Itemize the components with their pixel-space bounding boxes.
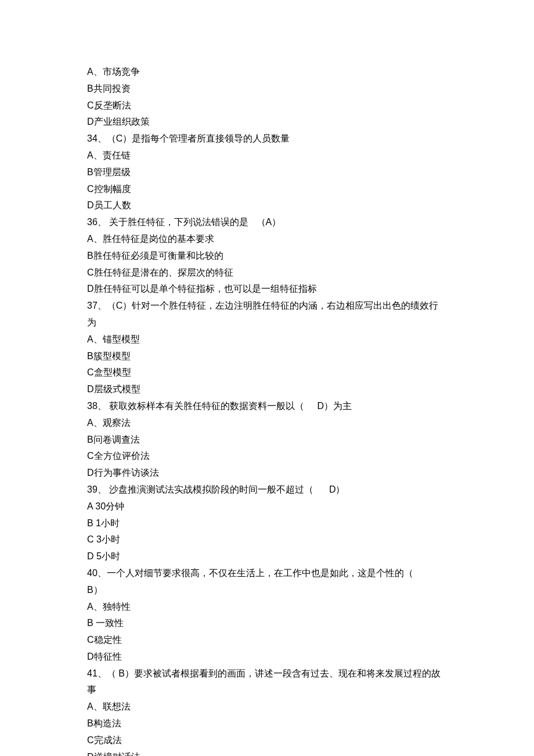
text-line: B 1小时 bbox=[87, 515, 447, 532]
text-line: 36、 关于胜任特征，下列说法错误的是 （A） bbox=[87, 214, 447, 231]
text-line: D层级式模型 bbox=[87, 381, 447, 398]
text-line: B胜任特征必须是可衡量和比较的 bbox=[87, 248, 447, 265]
text-line: B问卷调查法 bbox=[87, 432, 447, 448]
text-line: A 30分钟 bbox=[87, 498, 447, 515]
text-line: B 一致性 bbox=[87, 615, 447, 632]
text-line: C完成法 bbox=[87, 732, 447, 749]
text-line: C胜任特征是潜在的、探层次的特征 bbox=[87, 265, 447, 281]
text-line: D 5小时 bbox=[87, 548, 447, 565]
text-line: A、锚型模型 bbox=[87, 331, 447, 348]
text-line: A、胜任特征是岗位的基本要求 bbox=[87, 231, 447, 248]
text-line: D特征性 bbox=[87, 649, 447, 665]
text-line: C稳定性 bbox=[87, 632, 447, 649]
text-line: D员工人数 bbox=[87, 197, 447, 214]
text-line: A、观察法 bbox=[87, 415, 447, 432]
document-page: A、市场竞争 B共同投资 C反垄断法 D产业组织政策 34、（C）是指每个管理者… bbox=[0, 0, 534, 756]
text-line: 41、（ B）要求被试者根据看到的画面，讲述一段含有过去、现在和将来发展过程的故… bbox=[87, 665, 447, 699]
text-line: 34、（C）是指每个管理者所直接领导的人员数量 bbox=[87, 131, 447, 147]
text-line: B构造法 bbox=[87, 715, 447, 732]
text-line: A、市场竞争 bbox=[87, 64, 447, 81]
text-line: B共同投资 bbox=[87, 81, 447, 97]
text-line: C盒型模型 bbox=[87, 364, 447, 381]
text-line: B管理层级 bbox=[87, 164, 447, 181]
text-line: D产业组织政策 bbox=[87, 114, 447, 131]
text-line: C反垄断法 bbox=[87, 97, 447, 114]
text-line: 37、（C）针对一个胜任特征，左边注明胜任特征的内涵，右边相应写出出色的绩效行为 bbox=[87, 298, 447, 331]
text-line: A、联想法 bbox=[87, 699, 447, 715]
text-line: D胜任特征可以是单个特征指标，也可以是一组特征指标 bbox=[87, 281, 447, 298]
text-line: A、责任链 bbox=[87, 147, 447, 164]
text-line: D行为事件访谈法 bbox=[87, 465, 447, 482]
text-line: C控制幅度 bbox=[87, 181, 447, 198]
text-line: C全方位评价法 bbox=[87, 448, 447, 465]
text-line: 38、 获取效标样本有关胜任特征的数据资料一般以（ D）为主 bbox=[87, 398, 447, 415]
text-line: B簇型模型 bbox=[87, 348, 447, 365]
text-line: 39、 沙盘推演测试法实战模拟阶段的时间一般不超过（ D） bbox=[87, 482, 447, 498]
text-line: C 3小时 bbox=[87, 531, 447, 548]
text-line: D逆境对话法 bbox=[87, 749, 447, 756]
text-line: A、独特性 bbox=[87, 599, 447, 616]
text-line: 40、一个人对细节要求很高，不仅在生活上，在工作中也是如此，这是个性的（ B） bbox=[87, 565, 447, 599]
